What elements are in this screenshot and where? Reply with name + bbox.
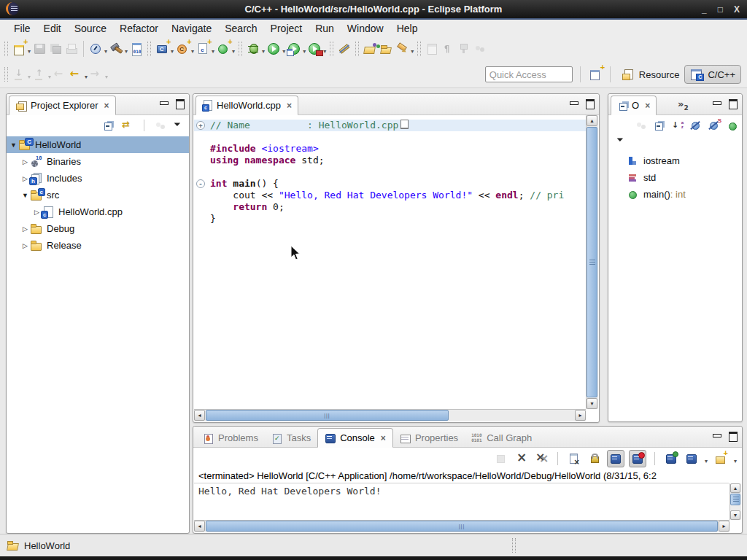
scroll-left-icon[interactable]: ◂ xyxy=(194,410,205,421)
minimize-icon[interactable]: _ xyxy=(702,4,707,15)
close-tab-icon[interactable] xyxy=(645,101,650,111)
scrollbar-thumb[interactable]: ||| xyxy=(206,521,718,532)
scrollbar-thumb[interactable]: ||| xyxy=(206,410,449,421)
menu-item-search[interactable]: Search xyxy=(218,21,263,36)
open-perspective-button[interactable] xyxy=(588,65,604,84)
tree-item-release[interactable]: ▷Release xyxy=(7,237,189,254)
tree-item-helloworld-cpp[interactable]: ▷cHelloWorld.cpp xyxy=(7,203,189,220)
code-line-8[interactable]: return 0; xyxy=(194,201,586,213)
scroll-left-icon[interactable]: ◂ xyxy=(194,521,205,532)
clear-console-button[interactable] xyxy=(566,451,582,467)
collapsed-arrow-icon[interactable]: ▷ xyxy=(20,225,31,233)
show-stdout-button[interactable] xyxy=(607,450,624,467)
console-output[interactable]: Hello, Red Hat Developers World! xyxy=(194,483,729,520)
code-line-9[interactable]: } xyxy=(194,213,586,225)
sort-icon[interactable] xyxy=(671,120,684,131)
chevron-down-icon[interactable]: ▾ xyxy=(734,458,737,464)
binary-button[interactable] xyxy=(128,39,144,58)
editor-horizontal-scrollbar[interactable]: ◂ ||| ▸ xyxy=(194,409,586,421)
expanded-arrow-icon[interactable]: ▼ xyxy=(20,192,31,199)
new-cpp-class-button[interactable] xyxy=(174,39,190,58)
scroll-right-icon[interactable]: ▸ xyxy=(719,521,729,532)
save-all-button[interactable] xyxy=(47,39,63,58)
code-line-2[interactable] xyxy=(194,131,586,143)
tree-item-src[interactable]: ▼csrc xyxy=(7,187,189,203)
tab-tasks[interactable]: Tasks xyxy=(265,428,317,448)
menu-item-edit[interactable]: Edit xyxy=(37,21,68,36)
maximize-panel-icon[interactable] xyxy=(586,99,595,109)
menu-item-refactor[interactable]: Refactor xyxy=(113,21,165,36)
menu-item-source[interactable]: Source xyxy=(68,21,113,36)
tree-item-helloworld[interactable]: ▼CHelloWorld xyxy=(7,136,189,153)
chevron-down-icon[interactable]: ▾ xyxy=(171,48,174,55)
focus-task-icon[interactable] xyxy=(154,120,167,131)
perspective-cpp-button[interactable]: C/C++ xyxy=(684,65,741,84)
new-connection-button[interactable] xyxy=(215,39,231,58)
scroll-up-icon[interactable]: ▴ xyxy=(730,483,740,493)
tab-properties[interactable]: Properties xyxy=(393,428,465,448)
new-c-project-button[interactable] xyxy=(154,39,170,58)
remove-launch-button[interactable] xyxy=(513,451,529,467)
next-edit-location-button[interactable] xyxy=(31,65,47,84)
highlight-button[interactable] xyxy=(394,39,410,58)
menu-item-navigate[interactable]: Navigate xyxy=(165,21,218,36)
scrollbar-thumb[interactable] xyxy=(730,494,740,505)
hide-fields-icon[interactable] xyxy=(689,120,703,131)
tab-console[interactable]: Console xyxy=(317,428,393,448)
chevron-down-icon[interactable]: ▾ xyxy=(232,48,235,55)
chevron-down-icon[interactable]: ▾ xyxy=(191,48,194,55)
menu-item-run[interactable]: Run xyxy=(309,21,341,36)
collapsed-arrow-icon[interactable]: ▷ xyxy=(20,158,31,166)
code-line-4[interactable]: using namespace std; xyxy=(194,155,586,166)
build-button[interactable] xyxy=(108,39,124,58)
scrollbar-thumb[interactable] xyxy=(587,127,597,397)
status-bar-separator[interactable] xyxy=(512,538,516,553)
expanded-arrow-icon[interactable]: ▼ xyxy=(8,141,19,149)
occurrences-button[interactable] xyxy=(472,39,488,58)
tab-helloworld-cpp[interactable]: HelloWorld.cpp xyxy=(196,96,298,115)
chevron-down-icon[interactable]: ▾ xyxy=(28,74,31,80)
minimize-panel-icon[interactable] xyxy=(713,99,721,109)
menu-item-project[interactable]: Project xyxy=(264,21,309,36)
back-button[interactable] xyxy=(68,65,84,84)
terminate-button[interactable] xyxy=(492,451,508,467)
console-vertical-scrollbar[interactable]: ▴ ▾ xyxy=(729,483,741,520)
minimize-panel-icon[interactable] xyxy=(570,99,578,109)
chevron-down-icon[interactable]: ▾ xyxy=(411,48,414,55)
format-button[interactable] xyxy=(456,39,472,58)
last-edit-location-button[interactable] xyxy=(11,65,27,84)
view-menu-icon[interactable] xyxy=(616,135,629,147)
outline-item-std[interactable]: std xyxy=(608,169,742,186)
open-task-button[interactable] xyxy=(362,39,378,58)
code-line-6[interactable]: -int main() { xyxy=(194,178,586,190)
link-with-editor-icon[interactable] xyxy=(121,120,134,131)
profile-button[interactable] xyxy=(88,39,104,58)
collapse-all-icon[interactable] xyxy=(102,120,115,131)
code-line-1[interactable]: +// Name : HelloWorld.cpp xyxy=(194,120,586,131)
mark-occurrences-button[interactable] xyxy=(336,39,352,58)
display-console-button[interactable] xyxy=(684,451,700,467)
hide-static-members-icon[interactable]: S xyxy=(708,120,721,131)
print-button[interactable] xyxy=(63,39,80,58)
scroll-down-icon[interactable]: ▾ xyxy=(587,398,597,409)
more-views-indicator[interactable]: »2 xyxy=(678,98,689,114)
chevron-down-icon[interactable]: ▾ xyxy=(262,48,265,55)
close-icon[interactable]: X xyxy=(734,4,740,15)
new-source-file-button[interactable] xyxy=(195,39,211,58)
scroll-down-icon[interactable]: ▾ xyxy=(730,510,740,520)
close-tab-icon[interactable] xyxy=(381,433,386,443)
quick-access-input[interactable] xyxy=(485,66,573,82)
minimize-panel-icon[interactable] xyxy=(713,432,721,442)
fold-toggle-icon[interactable]: + xyxy=(196,121,205,130)
chevron-down-icon[interactable]: ▾ xyxy=(48,74,51,80)
chevron-down-icon[interactable]: ▾ xyxy=(125,48,128,55)
toolbar-grip[interactable] xyxy=(239,42,242,56)
outline-item-main[interactable]: main() : int xyxy=(608,186,742,203)
run-history-button[interactable] xyxy=(286,39,302,58)
close-tab-icon[interactable] xyxy=(104,101,109,111)
chevron-down-icon[interactable]: ▾ xyxy=(705,458,708,464)
chevron-down-icon[interactable]: ▾ xyxy=(303,48,306,55)
remove-all-launches-button[interactable] xyxy=(533,451,549,467)
perspective-resource-button[interactable]: Resource xyxy=(616,66,685,83)
scroll-right-icon[interactable]: ▸ xyxy=(575,410,586,421)
